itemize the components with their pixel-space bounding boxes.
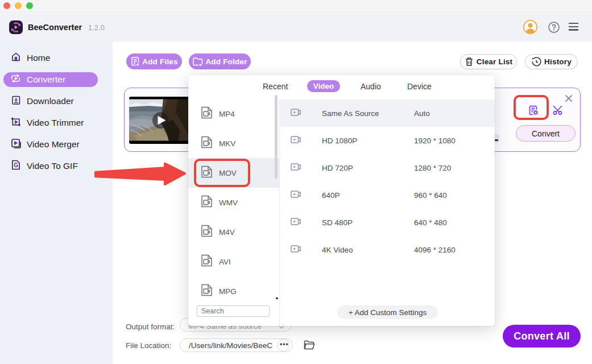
svg-text:G: G [14,162,18,168]
